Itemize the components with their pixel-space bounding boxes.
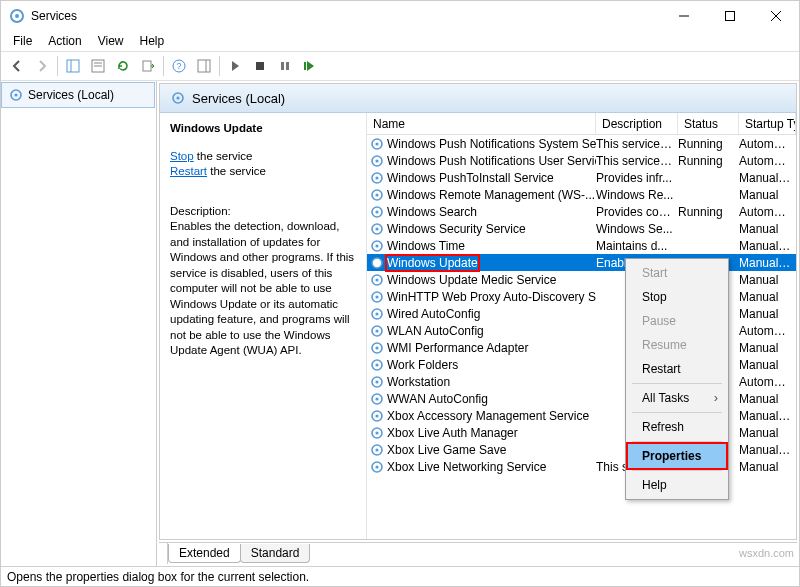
restart-link[interactable]: Restart	[170, 165, 207, 177]
svg-point-37	[375, 244, 378, 247]
service-row[interactable]: WWAN AutoConfigManual	[367, 390, 796, 407]
service-row[interactable]: WorkstationAutomatic	[367, 373, 796, 390]
service-name: Wired AutoConfig	[387, 307, 480, 321]
selected-service-name: Windows Update	[170, 121, 358, 137]
gear-icon	[369, 272, 385, 288]
service-row[interactable]: Windows TimeMaintains d...Manual (Tr	[367, 237, 796, 254]
minimize-button[interactable]	[661, 1, 707, 31]
service-row[interactable]: Xbox Live Game SaveManual (Tr	[367, 441, 796, 458]
column-startup-type[interactable]: Startup Typ	[739, 113, 796, 134]
close-button[interactable]	[753, 1, 799, 31]
restart-suffix: the service	[207, 165, 266, 177]
menu-view[interactable]: View	[90, 32, 132, 50]
view-tabs: Extended Standard	[159, 542, 797, 564]
service-name: Windows Time	[387, 239, 465, 253]
gear-icon	[369, 289, 385, 305]
service-startup-type: Manual (Tr	[739, 443, 796, 457]
column-description[interactable]: Description	[596, 113, 678, 134]
service-row[interactable]: Windows Push Notifications User Servic..…	[367, 152, 796, 169]
ctx-refresh[interactable]: Refresh	[628, 415, 726, 439]
service-startup-type: Automatic	[739, 324, 796, 338]
service-row[interactable]: Wired AutoConfigManual	[367, 305, 796, 322]
svg-point-61	[375, 448, 378, 451]
restart-service-button[interactable]	[298, 54, 322, 78]
statusbar: Opens the properties dialog box for the …	[1, 566, 799, 586]
column-name[interactable]: Name	[367, 113, 596, 134]
svg-rect-3	[726, 12, 735, 21]
service-startup-type: Manual (Tr	[739, 239, 796, 253]
menu-help[interactable]: Help	[132, 32, 173, 50]
service-row[interactable]: Windows PushToInstall ServiceProvides in…	[367, 169, 796, 186]
show-hide-tree-button[interactable]	[61, 54, 85, 78]
service-startup-type: Manual	[739, 188, 796, 202]
ctx-separator	[632, 470, 722, 471]
service-startup-type: Automatic	[739, 137, 796, 151]
service-row[interactable]: Windows Remote Management (WS-...Windows…	[367, 186, 796, 203]
properties-toolbar-button[interactable]	[86, 54, 110, 78]
service-startup-type: Manual (Tr	[739, 409, 796, 423]
service-row[interactable]: WinHTTP Web Proxy Auto-Discovery S...Man…	[367, 288, 796, 305]
service-row[interactable]: WMI Performance AdapterManual	[367, 339, 796, 356]
svg-point-43	[375, 295, 378, 298]
stop-link[interactable]: Stop	[170, 150, 194, 162]
toolbar: ?	[1, 51, 799, 81]
gear-icon	[369, 153, 385, 169]
menu-action[interactable]: Action	[40, 32, 89, 50]
gear-icon	[369, 357, 385, 373]
tree-node-services-local[interactable]: Services (Local)	[1, 82, 155, 108]
svg-point-25	[375, 142, 378, 145]
gear-icon	[369, 408, 385, 424]
column-status[interactable]: Status	[678, 113, 739, 134]
statusbar-text: Opens the properties dialog box for the …	[7, 570, 309, 584]
tab-extended[interactable]: Extended	[168, 544, 241, 563]
service-startup-type: Manual	[739, 392, 796, 406]
service-row[interactable]: Windows Security ServiceWindows Se...Man…	[367, 220, 796, 237]
svg-point-57	[375, 414, 378, 417]
service-row[interactable]: Work FoldersManual	[367, 356, 796, 373]
stop-service-button[interactable]	[248, 54, 272, 78]
help-toolbar-button[interactable]: ?	[167, 54, 191, 78]
gear-icon	[369, 425, 385, 441]
start-service-button[interactable]	[223, 54, 247, 78]
action-pane-button[interactable]	[192, 54, 216, 78]
service-row[interactable]: WLAN AutoConfigAutomatic	[367, 322, 796, 339]
ctx-help[interactable]: Help	[628, 473, 726, 497]
service-row[interactable]: Xbox Accessory Management ServiceManual …	[367, 407, 796, 424]
tab-standard[interactable]: Standard	[240, 544, 311, 563]
gear-icon	[369, 170, 385, 186]
ctx-start: Start	[628, 261, 726, 285]
gear-icon	[369, 323, 385, 339]
service-row[interactable]: Windows UpdateEnables the ...RunningManu…	[367, 254, 796, 271]
pause-service-button[interactable]	[273, 54, 297, 78]
svg-point-47	[375, 329, 378, 332]
ctx-properties[interactable]: Properties	[628, 444, 726, 468]
gear-icon	[8, 87, 24, 103]
gear-icon	[369, 136, 385, 152]
svg-point-53	[375, 380, 378, 383]
menu-file[interactable]: File	[5, 32, 40, 50]
service-row[interactable]: Xbox Live Networking ServiceThis service…	[367, 458, 796, 475]
svg-rect-19	[304, 62, 306, 70]
gear-icon	[170, 90, 186, 106]
service-name: WMI Performance Adapter	[387, 341, 528, 355]
service-description: Windows Se...	[596, 222, 678, 236]
service-row[interactable]: Xbox Live Auth ManagerManual	[367, 424, 796, 441]
ctx-restart[interactable]: Restart	[628, 357, 726, 381]
svg-rect-11	[143, 61, 151, 71]
service-row[interactable]: Windows SearchProvides con...RunningAuto…	[367, 203, 796, 220]
refresh-button[interactable]	[111, 54, 135, 78]
service-name: WLAN AutoConfig	[387, 324, 484, 338]
maximize-button[interactable]	[707, 1, 753, 31]
ctx-all-tasks[interactable]: All Tasks	[628, 386, 726, 410]
service-name: Workstation	[387, 375, 450, 389]
ctx-stop[interactable]: Stop	[628, 285, 726, 309]
service-name: WinHTTP Web Proxy Auto-Discovery S...	[387, 290, 596, 304]
forward-button[interactable]	[30, 54, 54, 78]
svg-point-23	[176, 96, 179, 99]
back-button[interactable]	[5, 54, 29, 78]
service-row[interactable]: Windows Update Medic ServiceManual	[367, 271, 796, 288]
svg-rect-16	[256, 62, 264, 70]
ctx-resume: Resume	[628, 333, 726, 357]
service-row[interactable]: Windows Push Notifications System Se...T…	[367, 135, 796, 152]
export-list-button[interactable]	[136, 54, 160, 78]
